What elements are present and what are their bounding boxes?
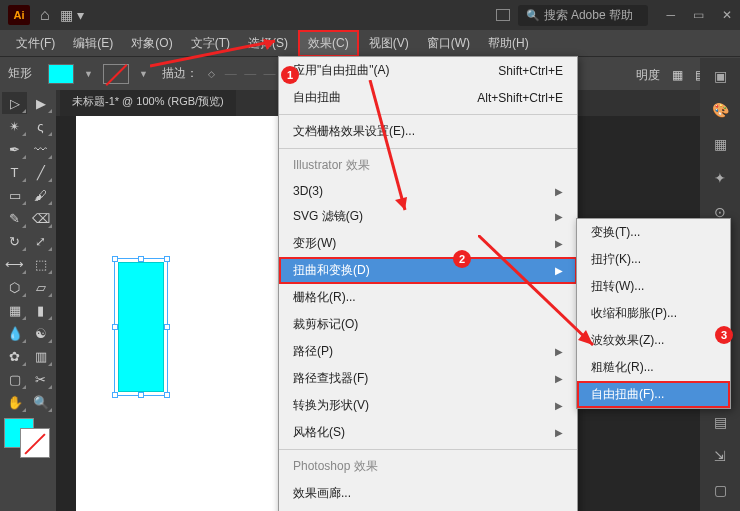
handle-tl[interactable]	[112, 256, 118, 262]
menu-window[interactable]: 窗口(W)	[419, 32, 478, 55]
blend-tool[interactable]: ☯	[28, 322, 53, 344]
menu-stylize[interactable]: 风格化(S)▶	[279, 419, 577, 446]
home-icon[interactable]: ⌂	[40, 6, 50, 24]
free-transform-tool[interactable]: ⬚	[28, 253, 53, 275]
line-tool[interactable]: ╱	[28, 161, 53, 183]
brushes-panel-icon[interactable]: ✦	[710, 168, 730, 188]
artboards-panel-icon[interactable]: ▢	[710, 480, 730, 500]
submenu-transform[interactable]: 变换(T)...	[577, 219, 730, 246]
panel-toggle-1[interactable]: ▦	[672, 68, 683, 82]
gradient-tool[interactable]: ▮	[28, 299, 53, 321]
minimize-button[interactable]: ─	[666, 8, 675, 22]
menu-warp[interactable]: 变形(W)▶	[279, 230, 577, 257]
stroke-label: 描边：	[162, 65, 198, 82]
artboard-tool[interactable]: ▢	[2, 368, 27, 390]
menu-effect[interactable]: 效果(C)	[298, 30, 359, 57]
distort-transform-submenu: 变换(T)... 扭拧(K)... 扭转(W)... 收缩和膨胀(P)... 波…	[576, 218, 731, 409]
menu-convert-shape[interactable]: 转换为形状(V)▶	[279, 392, 577, 419]
submenu-tweak[interactable]: 扭拧(K)...	[577, 246, 730, 273]
menu-apply-last-effect[interactable]: 应用"自由扭曲"(A)Shift+Ctrl+E	[279, 57, 577, 84]
submenu-pucker-bloat[interactable]: 收缩和膨胀(P)...	[577, 300, 730, 327]
eyedropper-tool[interactable]: 💧	[2, 322, 27, 344]
arrange-icon[interactable]	[496, 9, 510, 21]
menu-pixelate[interactable]: 像素化▶	[279, 507, 577, 511]
handle-tm[interactable]	[138, 256, 144, 262]
fill-stroke-indicator[interactable]	[2, 418, 54, 458]
selection-bounding-box[interactable]	[114, 258, 168, 396]
shape-builder-tool[interactable]: ⬡	[2, 276, 27, 298]
selection-type-label: 矩形	[8, 65, 32, 82]
document-tab[interactable]: 未标题-1* @ 100% (RGB/预览)	[60, 90, 236, 116]
menu-path[interactable]: 路径(P)▶	[279, 338, 577, 365]
menu-crop-marks[interactable]: 裁剪标记(O)	[279, 311, 577, 338]
titlebar: Ai ⌂ ▦ ▾ 🔍 搜索 Adobe 帮助 ─ ▭ ✕	[0, 0, 740, 30]
stroke-swatch[interactable]	[103, 64, 129, 84]
menu-object[interactable]: 对象(O)	[123, 32, 180, 55]
effect-dropdown-menu: 应用"自由扭曲"(A)Shift+Ctrl+E 自由扭曲Alt+Shift+Ct…	[278, 56, 578, 511]
fill-swatch[interactable]	[48, 64, 74, 84]
menu-file[interactable]: 文件(F)	[8, 32, 63, 55]
menu-view[interactable]: 视图(V)	[361, 32, 417, 55]
submenu-twist[interactable]: 扭转(W)...	[577, 273, 730, 300]
menu-doc-raster-settings[interactable]: 文档栅格效果设置(E)...	[279, 118, 577, 145]
annotation-badge-1: 1	[281, 66, 299, 84]
perspective-tool[interactable]: ▱	[28, 276, 53, 298]
menu-distort-transform[interactable]: 扭曲和变换(D)▶	[279, 257, 577, 284]
search-input[interactable]: 🔍 搜索 Adobe 帮助	[518, 5, 648, 26]
hand-tool[interactable]: ✋	[2, 391, 27, 413]
rotate-tool[interactable]: ↻	[2, 230, 27, 252]
search-placeholder: 搜索 Adobe 帮助	[544, 8, 633, 22]
pen-tool[interactable]: ✒	[2, 138, 27, 160]
paintbrush-tool[interactable]: 🖌	[28, 184, 53, 206]
swatches-panel-icon[interactable]: ▦	[710, 134, 730, 154]
handle-tr[interactable]	[164, 256, 170, 262]
submenu-zigzag[interactable]: 波纹效果(Z)...	[577, 327, 730, 354]
shaper-tool[interactable]: ✎	[2, 207, 27, 229]
lasso-tool[interactable]: ς	[28, 115, 53, 137]
type-tool[interactable]: T	[2, 161, 27, 183]
submenu-roughen[interactable]: 粗糙化(R)...	[577, 354, 730, 381]
menu-effect-gallery[interactable]: 效果画廊...	[279, 480, 577, 507]
column-graph-tool[interactable]: ▥	[28, 345, 53, 367]
color-panel-icon[interactable]: 🎨	[710, 100, 730, 120]
stroke-weight-dropdown[interactable]: ◇	[208, 69, 215, 79]
rectangle-tool[interactable]: ▭	[2, 184, 27, 206]
selection-tool[interactable]: ▷	[2, 92, 27, 114]
menu-last-effect-options[interactable]: 自由扭曲Alt+Shift+Ctrl+E	[279, 84, 577, 111]
menu-pathfinder[interactable]: 路径查找器(F)▶	[279, 365, 577, 392]
symbol-sprayer-tool[interactable]: ✿	[2, 345, 27, 367]
menu-rasterize[interactable]: 栅格化(R)...	[279, 284, 577, 311]
handle-bm[interactable]	[138, 392, 144, 398]
menu-svg-filters[interactable]: SVG 滤镜(G)▶	[279, 203, 577, 230]
menu-help[interactable]: 帮助(H)	[480, 32, 537, 55]
width-tool[interactable]: ⟷	[2, 253, 27, 275]
menu-select[interactable]: 选择(S)	[240, 32, 296, 55]
submenu-free-distort[interactable]: 自由扭曲(F)...	[577, 381, 730, 408]
menu-edit[interactable]: 编辑(E)	[65, 32, 121, 55]
menu-type[interactable]: 文字(T)	[183, 32, 238, 55]
fill-dropdown[interactable]: ▼	[84, 69, 93, 79]
magic-wand-tool[interactable]: ✴	[2, 115, 27, 137]
zoom-tool[interactable]: 🔍	[28, 391, 53, 413]
menu-3d[interactable]: 3D(3)▶	[279, 179, 577, 203]
handle-bl[interactable]	[112, 392, 118, 398]
handle-ml[interactable]	[112, 324, 118, 330]
scale-tool[interactable]: ⤢	[28, 230, 53, 252]
handle-br[interactable]	[164, 392, 170, 398]
eraser-tool[interactable]: ⌫	[28, 207, 53, 229]
slice-tool[interactable]: ✂	[28, 368, 53, 390]
annotation-badge-2: 2	[453, 250, 471, 268]
handle-mr[interactable]	[164, 324, 170, 330]
curvature-tool[interactable]: 〰	[28, 138, 53, 160]
layout-grid-icon[interactable]: ▦ ▾	[60, 7, 84, 23]
mesh-tool[interactable]: ▦	[2, 299, 27, 321]
layers-panel-icon[interactable]: ▤	[710, 412, 730, 432]
maximize-button[interactable]: ▭	[693, 8, 704, 22]
menubar: 文件(F) 编辑(E) 对象(O) 文字(T) 选择(S) 效果(C) 视图(V…	[0, 30, 740, 56]
asset-export-panel-icon[interactable]: ⇲	[710, 446, 730, 466]
close-button[interactable]: ✕	[722, 8, 732, 22]
stroke-dropdown[interactable]: ▼	[139, 69, 148, 79]
properties-panel-icon[interactable]: ▣	[710, 66, 730, 86]
toolbox: ▷ ▶ ✴ ς ✒ 〰 T ╱ ▭ 🖌 ✎ ⌫ ↻ ⤢ ⟷ ⬚ ⬡ ▱ ▦ ▮ …	[0, 90, 56, 511]
direct-selection-tool[interactable]: ▶	[28, 92, 53, 114]
